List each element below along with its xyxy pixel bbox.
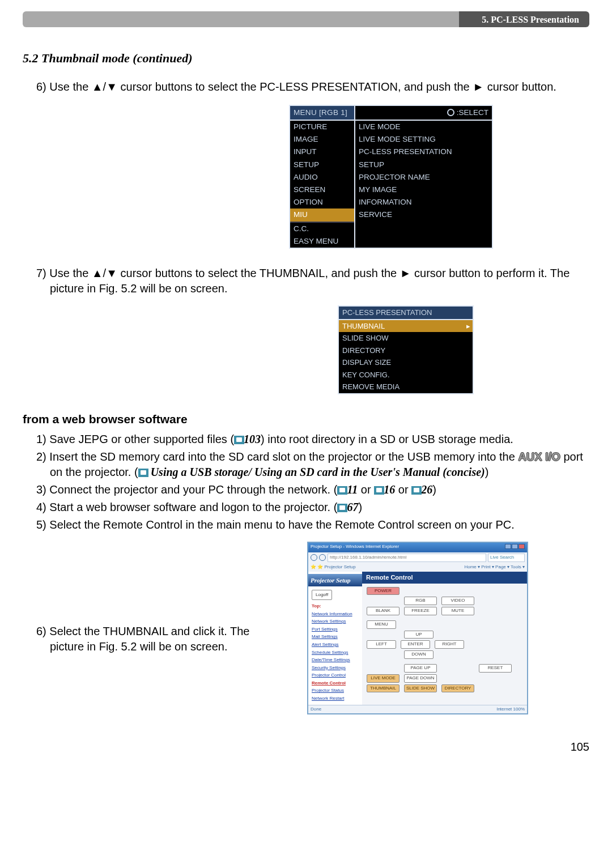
web-step-4: 4) Start a web browser software and logo… <box>36 500 589 515</box>
menu1-item: OPTION <box>290 196 354 209</box>
menu1-sub-item: MY IMAGE <box>355 184 492 196</box>
menu1-item: EASY MENU <box>290 235 354 248</box>
sidebar-top-label: Top: <box>312 602 359 610</box>
livemode-button: LIVE MODE <box>367 674 400 683</box>
chapter-label: 5. PC-LESS Presentation <box>459 11 589 27</box>
menu1-right-column: LIVE MODELIVE MODE SETTINGPC-LESS PRESEN… <box>355 121 492 248</box>
menu1-item: INPUT <box>290 146 354 158</box>
sidebar-link: Security Settings <box>312 664 359 672</box>
menu2-item: DISPLAY SIZE <box>339 356 473 369</box>
menu2-head: PC-LESS PRESENTATION <box>339 307 473 320</box>
projector-menu-screenshot-2: PC-LESS PRESENTATION THUMBNAILSLIDE SHOW… <box>338 305 474 394</box>
browser-tabstrip: ⭐ ⭐ Projector Setup Home ▾ Print ▾ Page … <box>308 563 527 572</box>
step-6: 6) Use the ▲/▼ cursor buttons to select … <box>36 79 589 95</box>
menu2-item: SLIDE SHOW <box>339 332 473 344</box>
menu1-sub-item: SERVICE <box>355 209 492 221</box>
web-step-2: 2) Insert the SD memory card into the SD… <box>36 449 589 480</box>
browser-screenshot: Projector Setup - Windows Internet Explo… <box>307 542 528 714</box>
sidebar-link: Network Restart <box>312 695 359 703</box>
menu-button: MENU <box>367 620 396 629</box>
panel-heading: Remote Control <box>362 572 527 584</box>
rgb-button: RGB <box>404 597 437 605</box>
reset-button: RESET <box>479 664 512 673</box>
window-buttons <box>504 544 525 551</box>
menu2-item: KEY CONFIG. <box>339 369 473 381</box>
menu2-item: THUMBNAIL <box>339 320 473 333</box>
web-sidebar: Projector Setup Logoff Top: Network Info… <box>308 572 362 705</box>
sidebar-link: Projector Status <box>312 687 359 695</box>
sidebar-link: Network Settings <box>312 618 359 626</box>
slideshow-button: SLIDE SHOW <box>404 684 437 693</box>
sidebar-link: Port Settings <box>312 626 359 633</box>
book-icon <box>411 486 422 495</box>
down-button: DOWN <box>404 650 434 659</box>
thumbnail-button: THUMBNAIL <box>367 684 400 693</box>
up-button: UP <box>404 631 434 639</box>
book-icon <box>234 436 244 444</box>
sidebar-link: Date/Time Settings <box>312 656 359 664</box>
remote-control-panel: Remote Control POWER RGBVIDEO BLANKFREEZ… <box>362 572 527 705</box>
book-icon <box>337 504 347 512</box>
sidebar-link: Alert Settings <box>312 641 359 649</box>
menu1-item: AUDIO <box>290 171 354 184</box>
menu1-item: SCREEN <box>290 184 354 196</box>
step-7: 7) Use the ▲/▼ cursor buttons to select … <box>36 266 589 296</box>
menu1-sub-item: LIVE MODE SETTING <box>355 133 492 146</box>
web-subheading: from a web browser software <box>23 411 589 427</box>
logoff-button: Logoff <box>312 590 332 600</box>
chapter-header-bar: 5. PC-LESS Presentation <box>23 11 589 27</box>
menu1-title-left: MENU [RGB 1] <box>290 106 355 120</box>
sidebar-title: Projector Setup <box>308 574 362 587</box>
mute-button: MUTE <box>441 607 474 615</box>
aux-io-label: AUX I/O <box>518 450 560 463</box>
sidebar-link: Network Information <box>312 610 359 618</box>
book-icon <box>138 469 148 477</box>
browser-title: Projector Setup - Windows Internet Explo… <box>311 544 399 551</box>
search-field: Live Search <box>488 554 525 562</box>
menu1-item: C.C. <box>290 222 354 235</box>
browser-statusbar: Done Internet 100% <box>308 705 527 714</box>
menu1-title-right: :SELECT <box>355 106 492 120</box>
pagedown-button: PAGE DOWN <box>404 674 437 683</box>
page-number: 105 <box>23 739 589 755</box>
menu1-item: SETUP <box>290 159 354 171</box>
enter-button: ENTER <box>401 640 430 649</box>
menu2-item: REMOVE MEDIA <box>339 381 473 393</box>
menu2-item: DIRECTORY <box>339 344 473 357</box>
menu1-sub-item: PC-LESS PRESENTATION <box>355 146 492 158</box>
book-icon <box>374 486 384 495</box>
menu1-sub-item: INFORMATION <box>355 196 492 209</box>
forward-icon <box>319 554 326 561</box>
web-step-3: 3) Connect the projector and your PC thr… <box>36 482 589 497</box>
web-step-5: 5) Select the Remote Control in the main… <box>36 517 589 533</box>
projector-menu-screenshot-1: MENU [RGB 1] :SELECT PICTUREIMAGEINPUTSE… <box>289 105 493 249</box>
menu1-sub-item: SETUP <box>355 159 492 171</box>
menu1-sub-item: PROJECTOR NAME <box>355 171 492 184</box>
sidebar-link: Schedule Settings <box>312 649 359 657</box>
pageup-button: PAGE UP <box>404 664 437 673</box>
web-step-1: 1) Save JEPG or other supported files (1… <box>36 432 589 447</box>
directory-button: DIRECTORY <box>441 684 474 693</box>
web-step-6: 6) Select the THUMBNAIL and click it. Th… <box>36 624 274 654</box>
section-heading: 5.2 Thumbnail mode (continued) <box>23 50 589 67</box>
menu1-left-column: PICTUREIMAGEINPUTSETUPAUDIOSCREENOPTIONM… <box>290 121 355 248</box>
right-button: RIGHT <box>435 640 464 649</box>
left-button: LEFT <box>367 640 396 649</box>
back-icon <box>311 554 317 561</box>
url-field: http://192.168.1.10/admin/remote.html <box>328 554 486 562</box>
menu1-item: MIU <box>290 209 354 221</box>
book-icon <box>337 486 347 495</box>
freeze-button: FREEZE <box>404 607 437 615</box>
browser-titlebar: Projector Setup - Windows Internet Explo… <box>308 543 527 552</box>
sidebar-link: Projector Control <box>312 671 359 679</box>
blank-button: BLANK <box>367 607 400 615</box>
menu1-item: IMAGE <box>290 133 354 146</box>
video-button: VIDEO <box>441 597 474 605</box>
power-button: POWER <box>367 587 400 595</box>
menu1-item: PICTURE <box>290 121 354 133</box>
sidebar-link: Mail Settings <box>312 633 359 641</box>
menu1-titlebar: MENU [RGB 1] :SELECT <box>290 106 492 121</box>
sidebar-link: Remote Control <box>312 679 359 687</box>
select-icon <box>447 109 454 116</box>
browser-addressbar: http://192.168.1.10/admin/remote.html Li… <box>308 552 527 563</box>
